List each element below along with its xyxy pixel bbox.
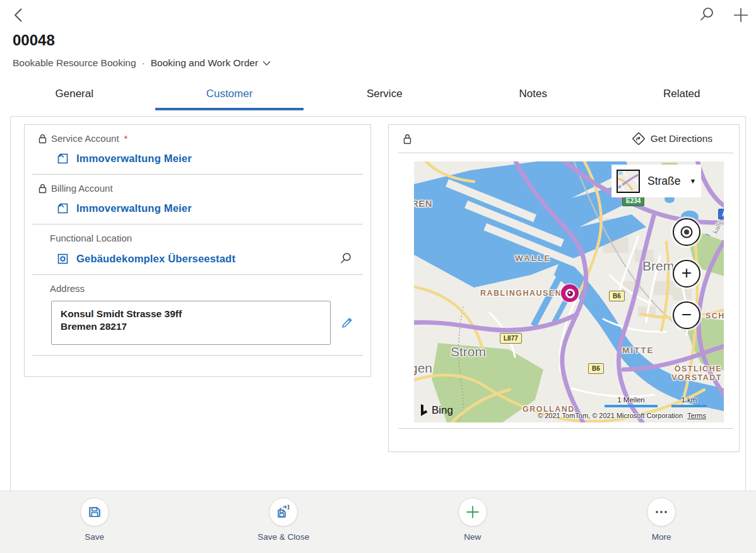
billing-account-label: Billing Account — [51, 183, 113, 194]
map-header-divider — [398, 153, 733, 153]
billing-account-value-row: Immoverwaltung Meier — [25, 194, 370, 224]
save-and-close-icon — [275, 504, 292, 520]
map-scale: 1 Meilen 1 km — [605, 396, 707, 407]
new-button-circle — [458, 498, 487, 527]
service-account-lookup-link[interactable]: Immoverwaltung Meier — [76, 153, 192, 165]
billing-account-lookup-link[interactable]: Immoverwaltung Meier — [76, 202, 192, 214]
map-card: Get Directions — [388, 124, 740, 452]
edit-pencil-icon[interactable] — [340, 316, 354, 330]
scale-km-bar — [671, 405, 707, 407]
required-asterisk: * — [124, 133, 128, 144]
save-icon — [87, 504, 102, 520]
address-label-row: Address — [25, 275, 370, 294]
map-label-schw: SCHW — [706, 311, 724, 320]
save-and-close-button[interactable]: Save & Close — [189, 491, 379, 553]
form-content-area: Service Account* Immoverwaltung Meier Bi… — [10, 116, 746, 491]
zoom-out-button[interactable]: − — [673, 301, 700, 329]
more-button[interactable]: More — [567, 491, 756, 553]
breadcrumb: Bookable Resource Booking · Booking and … — [13, 57, 271, 69]
map-label-rablinghausen: RABLINGHAUSEN — [480, 289, 562, 298]
chevron-down-icon — [263, 61, 271, 66]
map-label-mitte: MITTE — [622, 346, 654, 355]
map-style-dropdown[interactable]: Straße ▼ — [611, 165, 701, 197]
address-textbox[interactable]: Konsul Smidt Strasse 39ff Bremen 28217 — [51, 301, 331, 345]
bing-icon — [419, 404, 429, 417]
map-label-gen: gen — [414, 361, 432, 376]
map-label-walle: WALLE — [515, 253, 551, 263]
bing-logo-label: Bing — [432, 404, 453, 417]
billing-account-label-row: Billing Account — [25, 175, 370, 194]
bing-logo[interactable]: Bing — [419, 404, 453, 417]
entity-type-label: Bookable Resource Booking — [13, 57, 136, 69]
lock-icon — [38, 183, 47, 194]
route-shield-b6-south: B6 — [588, 363, 604, 374]
tab-notes[interactable]: Notes — [459, 80, 608, 110]
lookup-search-icon[interactable] — [339, 252, 353, 265]
map-label-oestliche: ÖSTLICHE — [669, 364, 722, 373]
directions-icon — [632, 132, 645, 145]
search-icon — [698, 6, 716, 23]
locate-me-button[interactable] — [673, 218, 700, 246]
form-selector-dropdown[interactable]: Booking and Work Order — [151, 57, 271, 69]
address-value-row: Konsul Smidt Strasse 39ff Bremen 28217 — [25, 294, 370, 345]
route-shield-l877: L877 — [500, 333, 522, 344]
save-button[interactable]: Save — [0, 491, 189, 553]
tab-bar: General Customer Service Notes Related — [0, 80, 756, 110]
map-label-vorstadt: VORSTADT — [669, 373, 722, 382]
location-pin — [561, 284, 579, 302]
active-tab-underline — [155, 108, 304, 110]
new-button[interactable]: New — [378, 491, 567, 553]
page-header: 00048 Bookable Resource Booking · Bookin… — [0, 0, 756, 77]
scale-km-label: 1 km — [682, 396, 697, 404]
service-account-label-row: Service Account* — [25, 125, 370, 144]
save-and-close-button-label: Save & Close — [257, 532, 309, 542]
bing-map[interactable]: REN WALLE Bremen RABLINGHAUSEN Strom gen… — [414, 161, 724, 422]
new-button-label: New — [464, 532, 481, 542]
functional-location-value-row: Gebäudekomplex Überseestadt — [25, 243, 370, 274]
lock-icon — [38, 134, 47, 144]
zoom-in-button[interactable]: + — [673, 260, 700, 288]
more-button-circle — [647, 498, 676, 527]
tab-general[interactable]: General — [0, 80, 149, 110]
scale-miles-label: 1 Meilen — [617, 396, 644, 404]
map-footer-divider — [398, 428, 733, 429]
map-copyright: © 2021 TomTom, © 2021 Microsoft Corporat… — [538, 412, 706, 419]
get-directions-label: Get Directions — [651, 133, 712, 144]
save-button-label: Save — [85, 532, 104, 542]
add-button[interactable] — [731, 5, 751, 25]
locate-icon — [679, 224, 694, 240]
account-entity-icon — [56, 202, 69, 215]
route-shield-autobahn: A — [718, 209, 724, 219]
plus-icon: + — [682, 264, 692, 282]
more-ellipsis-icon — [654, 504, 669, 520]
scale-miles-bar — [605, 405, 658, 407]
caret-down-icon: ▼ — [690, 177, 697, 185]
back-button[interactable] — [10, 6, 28, 24]
service-account-label: Service Account — [51, 133, 119, 144]
field-divider — [32, 355, 363, 356]
bottom-command-bar: Save Save & Close New — [0, 491, 756, 553]
map-style-label: Straße — [647, 175, 681, 188]
functional-location-label: Functional Location — [50, 233, 132, 243]
save-and-close-button-circle — [269, 498, 298, 527]
minus-icon: − — [682, 306, 692, 323]
map-style-thumbnail-icon — [617, 170, 640, 193]
booking-record-page: 00048 Bookable Resource Booking · Bookin… — [0, 0, 756, 553]
functional-location-lookup-link[interactable]: Gebäudekomplex Überseestadt — [76, 253, 235, 265]
route-shield-b6-north: B6 — [609, 291, 625, 301]
tab-service[interactable]: Service — [310, 80, 459, 110]
chevron-left-icon — [10, 6, 28, 24]
map-card-header: Get Directions — [389, 125, 739, 153]
copyright-text: © 2021 TomTom, © 2021 Microsoft Corporat… — [538, 412, 683, 419]
address-label: Address — [50, 283, 85, 294]
get-directions-button[interactable]: Get Directions — [632, 132, 730, 145]
separator-dot: · — [142, 57, 145, 69]
account-entity-icon — [56, 152, 69, 165]
map-label-strom: Strom — [451, 344, 486, 359]
tab-related[interactable]: Related — [608, 80, 756, 110]
customer-fields-card: Service Account* Immoverwaltung Meier Bi… — [24, 124, 371, 377]
tab-customer[interactable]: Customer — [149, 80, 310, 110]
terms-link[interactable]: Terms — [687, 412, 706, 419]
search-button[interactable] — [698, 6, 716, 23]
service-account-value-row: Immoverwaltung Meier — [25, 144, 370, 174]
